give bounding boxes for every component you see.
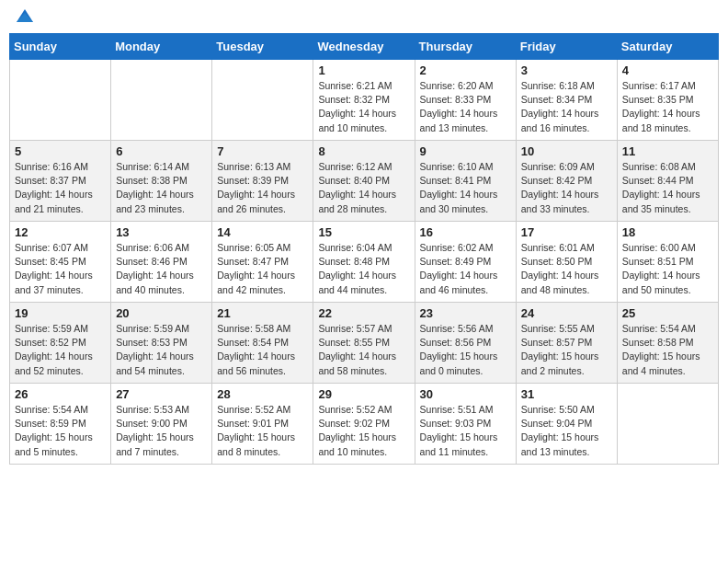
- calendar-cell: 14Sunrise: 6:05 AM Sunset: 8:47 PM Dayli…: [212, 222, 313, 303]
- day-info: Sunrise: 6:16 AM Sunset: 8:37 PM Dayligh…: [15, 160, 106, 216]
- day-number: 30: [420, 387, 511, 401]
- calendar-cell: [10, 60, 111, 141]
- day-number: 6: [116, 144, 207, 158]
- logo-icon: [15, 6, 35, 26]
- day-number: 18: [622, 225, 713, 239]
- day-info: Sunrise: 5:54 AM Sunset: 8:58 PM Dayligh…: [622, 322, 713, 378]
- day-info: Sunrise: 6:00 AM Sunset: 8:51 PM Dayligh…: [622, 241, 713, 297]
- day-info: Sunrise: 5:59 AM Sunset: 8:53 PM Dayligh…: [116, 322, 207, 378]
- day-info: Sunrise: 5:50 AM Sunset: 9:04 PM Dayligh…: [521, 403, 612, 459]
- day-number: 28: [217, 387, 308, 401]
- calendar-cell: 11Sunrise: 6:08 AM Sunset: 8:44 PM Dayli…: [617, 141, 718, 222]
- calendar-week-row: 26Sunrise: 5:54 AM Sunset: 8:59 PM Dayli…: [10, 384, 719, 465]
- svg-marker-1: [17, 13, 33, 22]
- calendar-cell: 3Sunrise: 6:18 AM Sunset: 8:34 PM Daylig…: [516, 60, 617, 141]
- calendar-cell: [212, 60, 313, 141]
- weekday-header: Saturday: [617, 34, 718, 60]
- calendar-cell: 19Sunrise: 5:59 AM Sunset: 8:52 PM Dayli…: [10, 303, 111, 384]
- day-info: Sunrise: 5:54 AM Sunset: 8:59 PM Dayligh…: [15, 403, 106, 459]
- day-info: Sunrise: 6:05 AM Sunset: 8:47 PM Dayligh…: [217, 241, 308, 297]
- calendar-cell: 15Sunrise: 6:04 AM Sunset: 8:48 PM Dayli…: [313, 222, 415, 303]
- day-number: 20: [116, 306, 207, 320]
- day-info: Sunrise: 6:20 AM Sunset: 8:33 PM Dayligh…: [420, 79, 511, 135]
- day-number: 15: [318, 225, 409, 239]
- calendar-cell: 17Sunrise: 6:01 AM Sunset: 8:50 PM Dayli…: [516, 222, 617, 303]
- day-info: Sunrise: 5:55 AM Sunset: 8:57 PM Dayligh…: [521, 322, 612, 378]
- day-info: Sunrise: 6:18 AM Sunset: 8:34 PM Dayligh…: [521, 79, 612, 135]
- calendar-week-row: 5Sunrise: 6:16 AM Sunset: 8:37 PM Daylig…: [10, 141, 719, 222]
- day-info: Sunrise: 6:02 AM Sunset: 8:49 PM Dayligh…: [420, 241, 511, 297]
- day-number: 5: [15, 144, 106, 158]
- day-info: Sunrise: 6:06 AM Sunset: 8:46 PM Dayligh…: [116, 241, 207, 297]
- day-number: 24: [521, 306, 612, 320]
- calendar-cell: 10Sunrise: 6:09 AM Sunset: 8:42 PM Dayli…: [516, 141, 617, 222]
- calendar-cell: 28Sunrise: 5:52 AM Sunset: 9:01 PM Dayli…: [212, 384, 313, 465]
- calendar-cell: 2Sunrise: 6:20 AM Sunset: 8:33 PM Daylig…: [415, 60, 516, 141]
- day-number: 31: [521, 387, 612, 401]
- weekday-header-row: SundayMondayTuesdayWednesdayThursdayFrid…: [10, 34, 719, 60]
- day-info: Sunrise: 6:14 AM Sunset: 8:38 PM Dayligh…: [116, 160, 207, 216]
- calendar-cell: 7Sunrise: 6:13 AM Sunset: 8:39 PM Daylig…: [212, 141, 313, 222]
- day-info: Sunrise: 5:52 AM Sunset: 9:02 PM Dayligh…: [318, 403, 409, 459]
- day-number: 7: [217, 144, 308, 158]
- calendar-cell: 18Sunrise: 6:00 AM Sunset: 8:51 PM Dayli…: [617, 222, 718, 303]
- day-info: Sunrise: 5:52 AM Sunset: 9:01 PM Dayligh…: [217, 403, 308, 459]
- calendar-cell: [617, 384, 718, 465]
- day-info: Sunrise: 5:59 AM Sunset: 8:52 PM Dayligh…: [15, 322, 106, 378]
- calendar-cell: 13Sunrise: 6:06 AM Sunset: 8:46 PM Dayli…: [111, 222, 212, 303]
- calendar-cell: 12Sunrise: 6:07 AM Sunset: 8:45 PM Dayli…: [10, 222, 111, 303]
- day-info: Sunrise: 6:04 AM Sunset: 8:48 PM Dayligh…: [318, 241, 409, 297]
- calendar-cell: 6Sunrise: 6:14 AM Sunset: 8:38 PM Daylig…: [111, 141, 212, 222]
- calendar-table: SundayMondayTuesdayWednesdayThursdayFrid…: [9, 33, 719, 465]
- day-number: 29: [318, 387, 409, 401]
- calendar-cell: 4Sunrise: 6:17 AM Sunset: 8:35 PM Daylig…: [617, 60, 718, 141]
- calendar-cell: [111, 60, 212, 141]
- day-info: Sunrise: 6:09 AM Sunset: 8:42 PM Dayligh…: [521, 160, 612, 216]
- day-number: 10: [521, 144, 612, 158]
- day-info: Sunrise: 5:57 AM Sunset: 8:55 PM Dayligh…: [318, 322, 409, 378]
- calendar-cell: 8Sunrise: 6:12 AM Sunset: 8:40 PM Daylig…: [313, 141, 415, 222]
- page-header: [9, 9, 719, 26]
- day-info: Sunrise: 5:56 AM Sunset: 8:56 PM Dayligh…: [420, 322, 511, 378]
- day-number: 1: [318, 63, 409, 77]
- day-number: 11: [622, 144, 713, 158]
- weekday-header: Tuesday: [212, 34, 313, 60]
- day-number: 27: [116, 387, 207, 401]
- weekday-header: Friday: [516, 34, 617, 60]
- day-number: 3: [521, 63, 612, 77]
- day-info: Sunrise: 6:07 AM Sunset: 8:45 PM Dayligh…: [15, 241, 106, 297]
- day-number: 22: [318, 306, 409, 320]
- calendar-cell: 30Sunrise: 5:51 AM Sunset: 9:03 PM Dayli…: [415, 384, 516, 465]
- day-number: 25: [622, 306, 713, 320]
- day-info: Sunrise: 6:08 AM Sunset: 8:44 PM Dayligh…: [622, 160, 713, 216]
- calendar-cell: 29Sunrise: 5:52 AM Sunset: 9:02 PM Dayli…: [313, 384, 415, 465]
- calendar-cell: 26Sunrise: 5:54 AM Sunset: 8:59 PM Dayli…: [10, 384, 111, 465]
- day-info: Sunrise: 5:58 AM Sunset: 8:54 PM Dayligh…: [217, 322, 308, 378]
- day-number: 17: [521, 225, 612, 239]
- day-number: 13: [116, 225, 207, 239]
- day-number: 9: [420, 144, 511, 158]
- calendar-week-row: 19Sunrise: 5:59 AM Sunset: 8:52 PM Dayli…: [10, 303, 719, 384]
- day-info: Sunrise: 6:10 AM Sunset: 8:41 PM Dayligh…: [420, 160, 511, 216]
- day-number: 2: [420, 63, 511, 77]
- day-info: Sunrise: 6:01 AM Sunset: 8:50 PM Dayligh…: [521, 241, 612, 297]
- day-info: Sunrise: 6:13 AM Sunset: 8:39 PM Dayligh…: [217, 160, 308, 216]
- calendar-cell: 21Sunrise: 5:58 AM Sunset: 8:54 PM Dayli…: [212, 303, 313, 384]
- calendar-cell: 22Sunrise: 5:57 AM Sunset: 8:55 PM Dayli…: [313, 303, 415, 384]
- calendar-cell: 25Sunrise: 5:54 AM Sunset: 8:58 PM Dayli…: [617, 303, 718, 384]
- calendar-cell: 20Sunrise: 5:59 AM Sunset: 8:53 PM Dayli…: [111, 303, 212, 384]
- calendar-week-row: 12Sunrise: 6:07 AM Sunset: 8:45 PM Dayli…: [10, 222, 719, 303]
- weekday-header: Sunday: [10, 34, 111, 60]
- weekday-header: Thursday: [415, 34, 516, 60]
- weekday-header: Monday: [111, 34, 212, 60]
- day-number: 19: [15, 306, 106, 320]
- calendar-week-row: 1Sunrise: 6:21 AM Sunset: 8:32 PM Daylig…: [10, 60, 719, 141]
- weekday-header: Wednesday: [313, 34, 415, 60]
- day-number: 26: [15, 387, 106, 401]
- day-number: 8: [318, 144, 409, 158]
- day-info: Sunrise: 5:53 AM Sunset: 9:00 PM Dayligh…: [116, 403, 207, 459]
- calendar-cell: 16Sunrise: 6:02 AM Sunset: 8:49 PM Dayli…: [415, 222, 516, 303]
- calendar-cell: 24Sunrise: 5:55 AM Sunset: 8:57 PM Dayli…: [516, 303, 617, 384]
- logo-text: [13, 9, 35, 26]
- calendar-cell: 31Sunrise: 5:50 AM Sunset: 9:04 PM Dayli…: [516, 384, 617, 465]
